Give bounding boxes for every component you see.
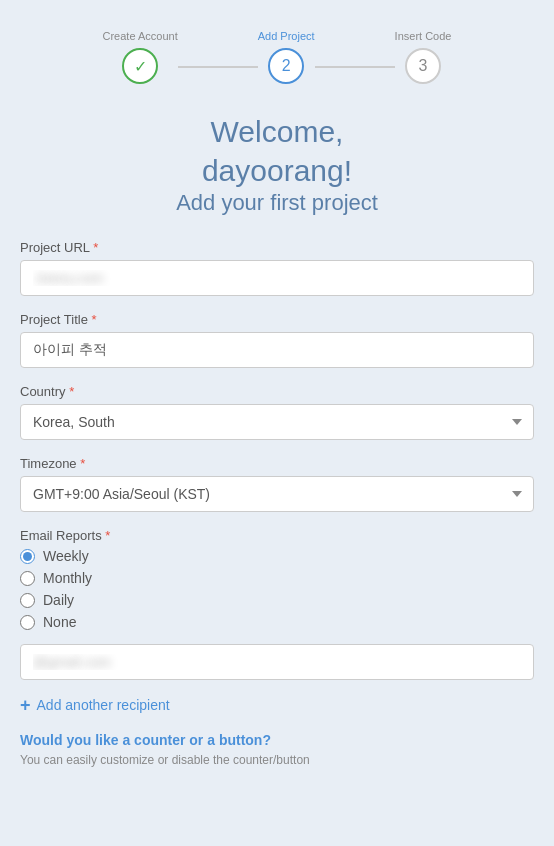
- email-reports-group: Email Reports * Weekly Monthly Daily No: [20, 528, 534, 680]
- add-recipient-label: Add another recipient: [37, 697, 170, 713]
- required-marker-4: *: [80, 456, 85, 471]
- radio-daily-input[interactable]: [20, 593, 35, 608]
- project-url-group: Project URL *: [20, 240, 534, 296]
- counter-description: You can easily customize or disable the …: [20, 752, 534, 769]
- radio-monthly[interactable]: Monthly: [20, 570, 534, 586]
- step-3-circle: 3: [405, 48, 441, 84]
- step-1-circle: ✓: [122, 48, 158, 84]
- required-marker-2: *: [92, 312, 97, 327]
- timezone-select-wrapper: GMT+9:00 Asia/Seoul (KST): [20, 476, 534, 512]
- required-marker: *: [93, 240, 98, 255]
- project-form: Project URL * Project Title * Country * …: [20, 240, 534, 769]
- step-add-project: Add Project 2: [258, 30, 315, 84]
- project-title-label: Project Title *: [20, 312, 534, 327]
- add-recipient-button[interactable]: + Add another recipient: [20, 696, 534, 714]
- radio-weekly-input[interactable]: [20, 549, 35, 564]
- step-insert-code: Insert Code 3: [395, 30, 452, 84]
- radio-none-label: None: [43, 614, 76, 630]
- radio-weekly-label: Weekly: [43, 548, 89, 564]
- timezone-label: Timezone *: [20, 456, 534, 471]
- email-reports-radio-group: Weekly Monthly Daily None: [20, 548, 534, 630]
- radio-none[interactable]: None: [20, 614, 534, 630]
- email-input[interactable]: [20, 644, 534, 680]
- project-url-label: Project URL *: [20, 240, 534, 255]
- radio-daily[interactable]: Daily: [20, 592, 534, 608]
- timezone-group: Timezone * GMT+9:00 Asia/Seoul (KST): [20, 456, 534, 512]
- step-3-label: Insert Code: [395, 30, 452, 42]
- main-container: Create Account ✓ Add Project 2 Insert Co…: [20, 30, 534, 816]
- step-2-number: 2: [282, 57, 291, 75]
- step-1-label: Create Account: [103, 30, 178, 42]
- radio-daily-label: Daily: [43, 592, 74, 608]
- welcome-line1: Welcome,: [211, 115, 344, 148]
- counter-title: Would you like a counter or a button?: [20, 732, 534, 748]
- required-marker-3: *: [69, 384, 74, 399]
- email-reports-label: Email Reports *: [20, 528, 534, 543]
- timezone-select[interactable]: GMT+9:00 Asia/Seoul (KST): [20, 476, 534, 512]
- radio-monthly-label: Monthly: [43, 570, 92, 586]
- step-2-circle: 2: [268, 48, 304, 84]
- country-select-wrapper: Korea, South: [20, 404, 534, 440]
- step-3-number: 3: [419, 57, 428, 75]
- welcome-line2: dayoorang!: [202, 154, 352, 187]
- project-title-group: Project Title *: [20, 312, 534, 368]
- radio-monthly-input[interactable]: [20, 571, 35, 586]
- step-1-checkmark: ✓: [134, 57, 147, 76]
- step-create-account: Create Account ✓: [103, 30, 178, 84]
- plus-icon: +: [20, 696, 31, 714]
- country-group: Country * Korea, South: [20, 384, 534, 440]
- step-line-1: [178, 66, 258, 68]
- required-marker-5: *: [105, 528, 110, 543]
- radio-weekly[interactable]: Weekly: [20, 548, 534, 564]
- welcome-title: Welcome, dayoorang!: [20, 112, 534, 190]
- welcome-subtitle: Add your first project: [20, 190, 534, 216]
- welcome-section: Welcome, dayoorang! Add your first proje…: [20, 112, 534, 216]
- project-title-input[interactable]: [20, 332, 534, 368]
- counter-section: Would you like a counter or a button? Yo…: [20, 732, 534, 769]
- country-label: Country *: [20, 384, 534, 399]
- step-line-2: [315, 66, 395, 68]
- radio-none-input[interactable]: [20, 615, 35, 630]
- project-url-input[interactable]: [20, 260, 534, 296]
- stepper: Create Account ✓ Add Project 2 Insert Co…: [20, 30, 534, 84]
- country-select[interactable]: Korea, South: [20, 404, 534, 440]
- step-2-label: Add Project: [258, 30, 315, 42]
